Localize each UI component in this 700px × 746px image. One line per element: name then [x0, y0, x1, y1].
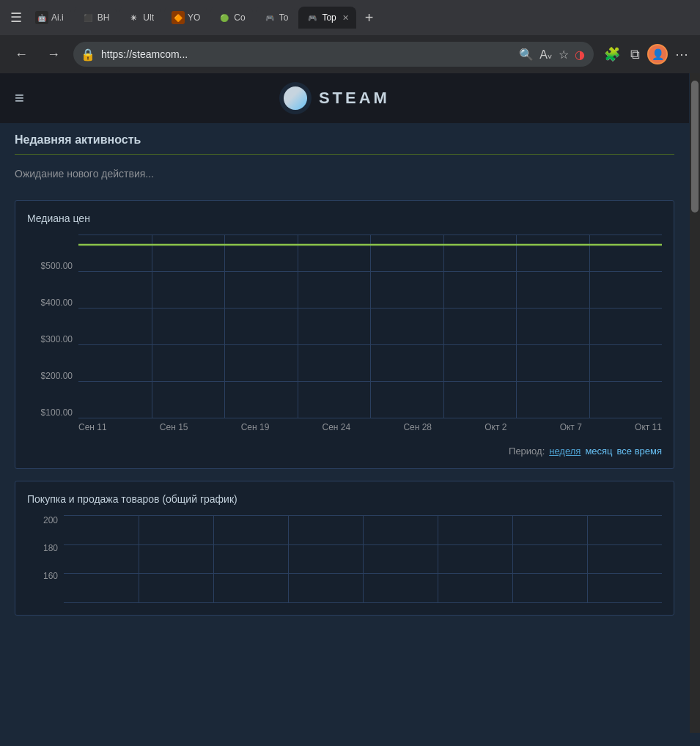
tab-co-label: Co — [234, 12, 245, 23]
hamburger-menu[interactable]: ≡ — [15, 89, 24, 108]
tab-steam2-label: Top — [322, 12, 336, 23]
steam-name: STEAM — [319, 89, 390, 108]
period-week-button[interactable]: неделя — [549, 446, 581, 457]
x-label-1: Сен 15 — [160, 422, 188, 432]
tab-steam1[interactable]: 🎮 To — [256, 7, 296, 29]
tab-yo[interactable]: 🔶 YO — [164, 7, 207, 29]
split-view-button[interactable]: ⧉ — [627, 44, 643, 65]
new-tab-button[interactable]: + — [359, 7, 380, 29]
vv-grid-2 — [213, 515, 214, 603]
page-wrapper: ≡ STEAM Недавняя активность Ожидание нов… — [0, 73, 700, 733]
x-label-5: Окт 2 — [485, 422, 506, 432]
tab-steam1-label: To — [279, 12, 289, 23]
period-controls: Период: неделя месяц все время — [27, 446, 662, 457]
y-label-200: $200.00 — [27, 371, 78, 381]
profile-avatar[interactable]: 👤 — [647, 44, 668, 64]
url-text: https://steamcom... — [101, 48, 188, 60]
sidebar-toggle-button[interactable]: ☰ — [6, 7, 26, 29]
scrollbar[interactable] — [690, 73, 700, 733]
volume-chart-title: Покупка и продажа товаров (общий график) — [27, 493, 662, 505]
volume-chart-grid — [64, 515, 662, 603]
x-label-3: Сен 24 — [323, 422, 351, 432]
steam-logo-icon — [279, 82, 312, 114]
y-label-300: $300.00 — [27, 334, 78, 344]
tab-close-button[interactable]: ✕ — [342, 13, 349, 23]
tab-yo-favicon: 🔶 — [172, 11, 185, 24]
steam-header: ≡ STEAM — [0, 73, 689, 123]
tab-ult-favicon: ✳ — [127, 11, 140, 24]
address-bar: ← → 🔒 https://steamcom... 🔍 Aᵥ ☆ ◑ 🧩 ⧉ 👤… — [0, 35, 700, 73]
volume-y-axis: 200 180 160 — [27, 515, 64, 581]
volume-chart-area: 200 180 160 — [27, 515, 662, 603]
vv-grid-1 — [139, 515, 139, 603]
tab-ai-label: Ai.i — [51, 12, 64, 23]
x-label-0: Сен 11 — [78, 422, 107, 432]
scrollbar-thumb[interactable] — [691, 81, 699, 213]
x-label-4: Сен 28 — [403, 422, 432, 432]
tab-steam2[interactable]: 🎮 Top ✕ — [298, 7, 355, 29]
y-label-400: $400.00 — [27, 298, 78, 308]
y2-label-160: 160 — [27, 571, 64, 581]
lock-icon: 🔒 — [81, 48, 95, 62]
menu-button[interactable]: ⋯ — [672, 43, 691, 65]
vv-grid-7 — [587, 515, 588, 603]
tab-steam1-favicon: 🎮 — [263, 11, 276, 24]
y2-label-200: 200 — [27, 515, 64, 525]
period-all-button[interactable]: все время — [617, 446, 662, 457]
recent-activity-section: Недавняя активность Ожидание нового дейс… — [15, 123, 674, 185]
y-label-500: $500.00 — [27, 261, 78, 271]
y-label-100: $100.00 — [27, 407, 78, 418]
browser-frame: ☰ 🤖 Ai.i ⬛ BH ✳ Ult 🔶 YO 🟢 Co — [0, 0, 700, 73]
steam-logo: STEAM — [279, 82, 390, 114]
price-chart-y-axis: $500.00 $400.00 $300.00 $200.00 $100.00 — [27, 234, 78, 418]
reader-icon[interactable]: Aᵥ — [539, 48, 553, 62]
tab-bh[interactable]: ⬛ BH — [74, 7, 117, 29]
x-label-2: Сен 19 — [241, 422, 270, 432]
vv-grid-4 — [363, 515, 364, 603]
vv-grid-3 — [288, 515, 289, 603]
extensions-button[interactable]: 🧩 — [601, 43, 623, 65]
price-chart-x-axis: Сен 11 Сен 15 Сен 19 Сен 24 Сен 28 Окт 2… — [78, 418, 662, 440]
price-chart-title: Медиана цен — [27, 213, 662, 224]
price-chart-section: Медиана цен $500.00 $400.00 $300.00 $200… — [15, 200, 674, 469]
vv-grid-5 — [438, 515, 438, 603]
tab-bh-favicon: ⬛ — [81, 11, 95, 24]
activity-placeholder: Ожидание нового действия... — [15, 162, 674, 185]
tab-list: 🤖 Ai.i ⬛ BH ✳ Ult 🔶 YO 🟢 Co 🎮 To — [28, 7, 379, 29]
browser-logo-icon: ◑ — [575, 48, 585, 62]
price-chart-svg — [78, 234, 662, 418]
tab-ai[interactable]: 🤖 Ai.i — [28, 7, 71, 29]
x-label-6: Окт 7 — [560, 422, 582, 432]
price-chart-area: $500.00 $400.00 $300.00 $200.00 $100.00 — [27, 234, 662, 440]
steam-page: ≡ STEAM Недавняя активность Ожидание нов… — [0, 73, 689, 733]
tab-co[interactable]: 🟢 Co — [210, 7, 252, 29]
url-container[interactable]: 🔒 https://steamcom... 🔍 Aᵥ ☆ ◑ — [73, 42, 594, 67]
volume-chart-section: Покупка и продажа товаров (общий график)… — [15, 481, 674, 616]
tab-ult-label: Ult — [143, 12, 154, 23]
back-button[interactable]: ← — [9, 44, 34, 65]
period-label: Период: — [509, 446, 545, 457]
favorite-icon[interactable]: ☆ — [559, 48, 569, 62]
tab-steam2-favicon: 🎮 — [306, 11, 319, 24]
content-area: Недавняя активность Ожидание нового дейс… — [0, 123, 689, 642]
tab-yo-label: YO — [188, 12, 200, 23]
tab-ai-favicon: 🤖 — [35, 11, 48, 24]
period-month-button[interactable]: месяц — [585, 446, 612, 457]
vv-grid-6 — [512, 515, 513, 603]
y2-label-180: 180 — [27, 543, 64, 553]
tab-ult[interactable]: ✳ Ult — [119, 7, 161, 29]
zoom-icon[interactable]: 🔍 — [519, 48, 534, 62]
recent-activity-title: Недавняя активность — [15, 123, 674, 155]
browser-action-icons: 🧩 ⧉ 👤 ⋯ — [601, 43, 691, 65]
tab-co-favicon: 🟢 — [218, 11, 231, 24]
price-chart-grid — [78, 234, 662, 418]
x-label-7: Окт 11 — [635, 422, 662, 432]
forward-button[interactable]: → — [41, 44, 66, 65]
tab-bh-label: BH — [97, 12, 110, 23]
tab-bar: ☰ 🤖 Ai.i ⬛ BH ✳ Ult 🔶 YO 🟢 Co — [0, 0, 700, 35]
